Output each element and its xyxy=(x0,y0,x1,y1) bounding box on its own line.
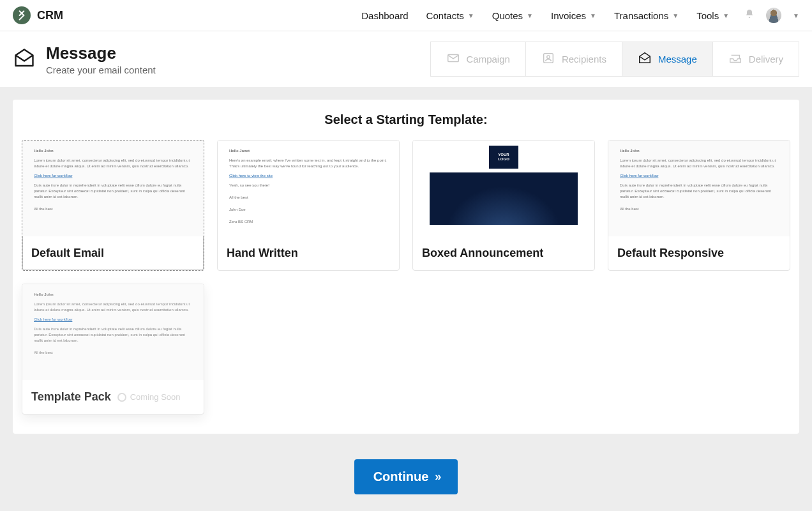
nav-right: ▼ xyxy=(744,8,799,23)
nav-label: Contacts xyxy=(426,10,464,21)
step-label: Campaign xyxy=(467,54,510,65)
bell-icon[interactable] xyxy=(744,9,755,22)
envelope-icon xyxy=(446,51,460,67)
continue-label: Continue xyxy=(373,469,429,484)
step-delivery[interactable]: Delivery xyxy=(713,42,799,77)
coming-soon-badge: Coming Soon xyxy=(117,392,181,402)
preview-text: All the best xyxy=(34,206,192,212)
brand[interactable]: CRM xyxy=(13,6,63,24)
chevron-down-icon: ▼ xyxy=(527,12,533,19)
preview-text: Duis aute irure dolor in reprehenderit i… xyxy=(620,183,778,200)
continue-button[interactable]: Continue » xyxy=(354,459,458,494)
step-message[interactable]: Message xyxy=(622,42,713,77)
preview-text: Click here to view the site xyxy=(229,173,273,179)
nav-contacts[interactable]: Contacts▼ xyxy=(426,10,474,21)
template-card-boxed-announcement[interactable]: YOUR LOGO Boxed Announcement xyxy=(412,140,595,271)
templates-grid: Hello John Lorem ipsum dolor sit amet, c… xyxy=(22,140,790,415)
svg-point-2 xyxy=(547,56,550,59)
preview-text: Click here for workflow xyxy=(34,317,72,323)
template-preview: Hello Janet Here's an example email, whe… xyxy=(218,141,399,236)
inbox-icon xyxy=(728,51,742,67)
nav-label: Dashboard xyxy=(361,10,408,21)
chevron-down-icon[interactable]: ▼ xyxy=(793,12,799,19)
preview-text: All the best xyxy=(620,206,778,212)
page-titles: Message Create your email content xyxy=(46,43,156,75)
svg-rect-0 xyxy=(447,55,458,62)
brand-name: CRM xyxy=(37,9,63,22)
template-preview: YOUR LOGO xyxy=(413,141,594,236)
step-label: Recipients xyxy=(562,54,606,65)
template-card-default-email[interactable]: Hello John Lorem ipsum dolor sit amet, c… xyxy=(22,140,204,271)
step-label: Delivery xyxy=(749,54,783,65)
chevron-right-double-icon: » xyxy=(435,470,439,484)
nav-dashboard[interactable]: Dashboard xyxy=(361,10,408,21)
avatar[interactable] xyxy=(766,8,781,23)
nav-transactions[interactable]: Transactions▼ xyxy=(614,10,679,21)
page-subtitle: Create your email content xyxy=(46,65,156,75)
nav-quotes[interactable]: Quotes▼ xyxy=(492,10,533,21)
preview-text: Hello Janet xyxy=(229,148,387,154)
nav-label: Invoices xyxy=(551,10,586,21)
templates-panel: Select a Starting Template: Hello John L… xyxy=(13,100,799,434)
recipients-icon xyxy=(541,51,555,67)
brand-logo-icon xyxy=(13,6,31,24)
preview-text: Lorem ipsum dolor sit amet, consectetur … xyxy=(34,158,192,169)
preview-text: Lorem ipsum dolor sit amet, consectetur … xyxy=(620,158,778,169)
preview-text: Hello John xyxy=(620,148,778,154)
logo-placeholder: YOUR LOGO xyxy=(489,146,518,169)
template-card-template-pack: Hello John Lorem ipsum dolor sit amet, c… xyxy=(22,284,204,415)
templates-heading: Select a Starting Template: xyxy=(22,112,790,127)
content-area: Select a Starting Template: Hello John L… xyxy=(0,87,812,511)
wizard-steps: Campaign Recipients Message Delivery xyxy=(430,42,799,77)
nav-tools[interactable]: Tools▼ xyxy=(696,10,729,21)
envelope-open-icon xyxy=(638,51,652,67)
preview-text: John Doe xyxy=(229,207,387,213)
nav-invoices[interactable]: Invoices▼ xyxy=(551,10,596,21)
preview-text: All the best xyxy=(34,350,192,356)
preview-text: All the best xyxy=(229,195,387,201)
preview-text: Hello John xyxy=(34,292,192,298)
chevron-down-icon: ▼ xyxy=(468,12,474,19)
preview-text: Duis aute irure dolor in reprehenderit i… xyxy=(34,326,192,344)
template-card-hand-written[interactable]: Hello Janet Here's an example email, whe… xyxy=(217,140,400,271)
step-label: Message xyxy=(658,54,697,65)
chevron-down-icon: ▼ xyxy=(590,12,596,19)
template-title: Template Pack Coming Soon xyxy=(22,380,204,414)
chevron-down-icon: ▼ xyxy=(672,12,679,19)
continue-wrap: Continue » xyxy=(13,459,799,494)
chevron-down-icon: ▼ xyxy=(723,12,729,19)
main-nav: Dashboard Contacts▼ Quotes▼ Invoices▼ Tr… xyxy=(361,10,729,21)
template-title: Default Email xyxy=(22,236,204,270)
preview-text: Lorem ipsum dolor sit amet, consectetur … xyxy=(34,301,192,313)
step-campaign[interactable]: Campaign xyxy=(430,42,526,77)
template-card-default-responsive[interactable]: Hello John Lorem ipsum dolor sit amet, c… xyxy=(608,140,790,271)
step-recipients[interactable]: Recipients xyxy=(526,42,622,77)
template-preview: Hello John Lorem ipsum dolor sit amet, c… xyxy=(608,141,790,236)
preview-text: Yeah, so see you there! xyxy=(229,183,387,188)
nav-label: Tools xyxy=(696,10,719,21)
template-title-text: Template Pack xyxy=(31,390,111,404)
nav-label: Transactions xyxy=(614,10,668,21)
preview-text: Duis aute irure dolor in reprehenderit i… xyxy=(34,183,192,200)
page-header: Message Create your email content Campai… xyxy=(0,31,812,87)
preview-text: Here's an example email, where I've writ… xyxy=(229,158,387,169)
page-title: Message xyxy=(46,43,156,63)
preview-text: Hello John xyxy=(34,148,192,154)
nav-label: Quotes xyxy=(492,10,523,21)
template-title: Default Responsive xyxy=(608,236,790,270)
template-title: Hand Written xyxy=(218,236,399,270)
template-preview: Hello John Lorem ipsum dolor sit amet, c… xyxy=(22,141,204,236)
preview-text: Zero BS CRM xyxy=(229,219,387,225)
banner-image xyxy=(430,172,578,225)
template-preview: Hello John Lorem ipsum dolor sit amet, c… xyxy=(22,284,204,380)
preview-text: Click here for workflow xyxy=(34,173,72,179)
template-title: Boxed Announcement xyxy=(413,236,594,270)
preview-text: Click here for workflow xyxy=(620,173,658,179)
topbar: CRM Dashboard Contacts▼ Quotes▼ Invoices… xyxy=(0,0,812,31)
envelope-open-icon xyxy=(13,47,36,72)
